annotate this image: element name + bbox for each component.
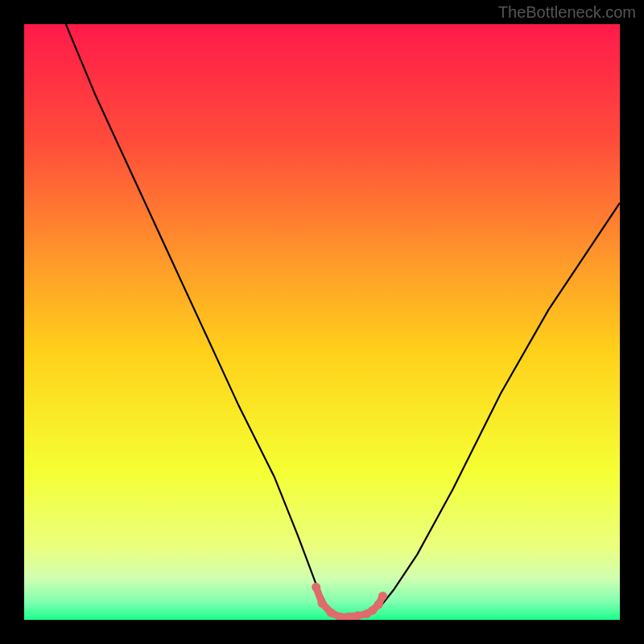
optimal-point [312, 583, 320, 592]
watermark-text: TheBottleneck.com [498, 3, 636, 22]
bottleneck-chart [24, 24, 620, 620]
optimal-point [378, 592, 387, 601]
optimal-point [327, 609, 336, 617]
chart-container [24, 24, 620, 620]
optimal-point [318, 599, 327, 608]
optimal-point [353, 611, 362, 620]
optimal-point [374, 600, 383, 609]
chart-background [24, 24, 620, 620]
